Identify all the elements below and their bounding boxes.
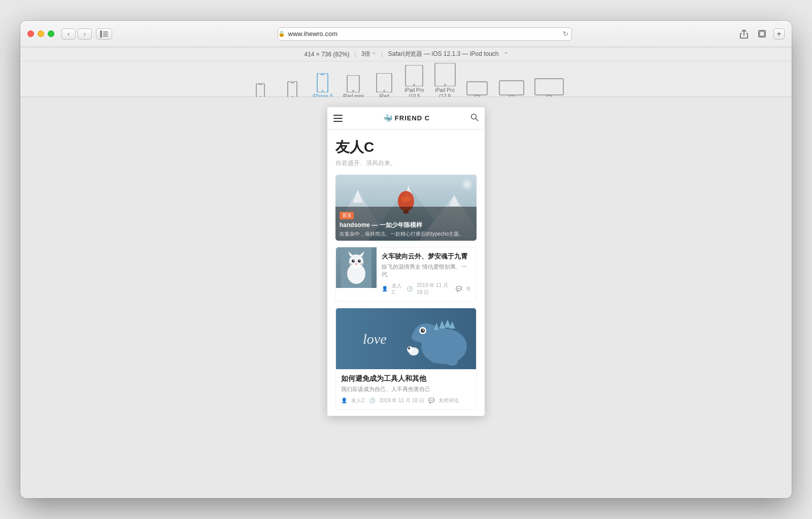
svg-point-14 [322,90,323,91]
svg-rect-27 [535,79,563,95]
tab-overview-icon [758,30,766,38]
forward-button[interactable]: › [78,28,92,40]
logo-text: FRIEND C [395,114,430,122]
post-title-1: 火车驶向云外、梦安魂于九霄 [382,252,471,261]
site-logo: 🐳 FRIEND C [383,114,430,123]
featured-tag: 置顶 [340,212,354,219]
date-1: 2019 年 11 月 18 日 [417,282,452,296]
fullscreen-button[interactable] [48,30,54,37]
tab-overview-button[interactable] [755,28,769,40]
featured-settings-icon[interactable]: ⚙ [461,179,472,190]
featured-title: handsome — 一如少年陈模样 [340,221,472,230]
ipad-pro-10-icon [405,65,423,86]
svg-line-30 [476,119,478,121]
site-title: 友人C [335,138,477,157]
post-thumbnail-1 [336,247,377,288]
svg-rect-13 [320,74,325,75]
svg-point-69 [430,355,443,363]
comment-icon-2: 💬 [428,398,434,403]
browser-window: ‹ › 🔒 www.ihewro.com ↻ [20,21,792,498]
svg-point-22 [444,84,446,85]
svg-rect-1 [103,31,108,33]
divider-2: | [381,51,383,58]
svg-rect-15 [347,75,359,92]
svg-point-52 [355,264,357,265]
post-card-2[interactable]: love [335,308,477,410]
svg-point-49 [358,260,361,263]
svg-rect-25 [499,81,524,95]
svg-rect-23 [467,82,487,95]
back-button[interactable]: ‹ [61,28,76,40]
clock-icon-1: 🕐 [407,286,413,291]
post-large-excerpt: 我们应该成为自己、人不再伤害自己 [341,385,471,393]
author-2: 友人C [351,397,365,404]
new-tab-button[interactable]: + [773,28,785,40]
close-button[interactable] [27,30,34,37]
mobile-preview: 🐳 FRIEND C 友人C 你若盛开、清风自来。 [327,107,485,416]
address-bar[interactable]: 🔒 www.ihewro.com ↻ [278,27,572,41]
share-icon [740,29,748,39]
author-icon-1: 👤 [382,286,388,291]
iphone-se-icon [256,83,265,99]
svg-point-18 [383,90,385,91]
hamburger-menu[interactable] [333,115,343,122]
iphone-8-plus-icon [317,73,328,92]
svg-point-70 [446,358,458,366]
iphone-8-icon [287,81,297,99]
post-excerpt-1: 纷飞的温情男女 情仇爱恨别离、一代 [382,263,471,279]
sidebar-button[interactable] [96,28,112,40]
svg-rect-2 [103,34,108,35]
search-button-mobile[interactable] [470,113,479,123]
svg-rect-19 [405,65,423,86]
svg-text:love: love [363,331,387,347]
svg-rect-9 [288,81,297,99]
zoom-level: 3倍 ⌃ [361,50,377,58]
mobile-content: 友人C 你若盛开、清风自来。 [327,129,485,410]
ipad-pro-12-icon [434,63,456,86]
plus-icon: + [776,29,781,39]
svg-rect-12 [317,73,328,92]
url-text: www.ihewro.com [288,30,338,38]
svg-point-16 [353,90,354,91]
author-icon-2: 👤 [341,398,347,403]
svg-point-45 [349,254,363,269]
featured-overlay: 置顶 handsome — 一如少年陈模样 在复杂中，保持简洁。一款精心打磨后的… [335,207,477,241]
post-info-1: 火车驶向云外、梦安魂于九霄 纷飞的温情男女 情仇爱恨别离、一代 👤 友人C 🕐 … [377,247,476,301]
whale-icon: 🐳 [383,114,393,123]
svg-rect-10 [290,82,294,83]
svg-rect-21 [435,63,455,86]
share-button[interactable] [737,28,751,40]
site-subtitle: 你若盛开、清风自来。 [335,159,477,168]
author-1: 友人C [392,282,402,295]
svg-point-20 [414,84,415,85]
svg-point-48 [352,260,355,263]
desktop-1920-icon [534,78,564,99]
navigation-buttons: ‹ › [61,28,92,40]
svg-rect-5 [760,31,764,36]
clock-icon-2: 🕐 [369,398,375,403]
post-card-1[interactable]: 火车驶向云外、梦安魂于九霄 纷飞的温情男女 情仇爱恨别离、一代 👤 友人C 🕐 … [335,247,477,302]
post-large-title: 如何避免成为工具人和其他 [341,374,471,383]
ipad-mini-icon [347,75,360,92]
zoom-chevron: ⌃ [372,52,376,57]
minimize-button[interactable] [38,30,44,37]
post-meta-2: 👤 友人C 🕐 2019 年 11 月 10 日 💬 关闭评论 [341,397,471,404]
post-meta-1: 👤 友人C 🕐 2019 年 11 月 18 日 💬 关 [382,282,471,296]
comment-icon-1: 💬 [456,286,462,291]
svg-point-50 [353,260,354,261]
svg-point-51 [359,260,360,261]
back-icon: ‹ [67,30,70,38]
viewport-info: 414 × 736 (82%) | 3倍 ⌃ | Safari浏览器 — iOS… [304,50,507,58]
browser-info: Safari浏览器 — iOS 12.1.3 — iPod touch [388,50,498,58]
comments-1: 关 [466,285,471,293]
svg-rect-17 [377,73,392,92]
date-2: 2019 年 11 月 10 日 [379,397,424,404]
svg-point-64 [423,329,424,331]
ipad-icon [376,73,392,92]
reload-button[interactable]: ↻ [563,30,571,38]
comments-2: 关闭评论 [438,397,459,404]
mobile-navbar: 🐳 FRIEND C [327,107,485,129]
sidebar-icon [100,30,108,38]
post-card-1-inner: 火车驶向云外、梦安魂于九霄 纷飞的温情男女 情仇爱恨别离、一代 👤 友人C 🕐 … [336,247,476,301]
featured-post[interactable]: ⚙ 置顶 handsome — 一如少年陈模样 在复杂中，保持简洁。一款精心打磨… [335,175,477,241]
